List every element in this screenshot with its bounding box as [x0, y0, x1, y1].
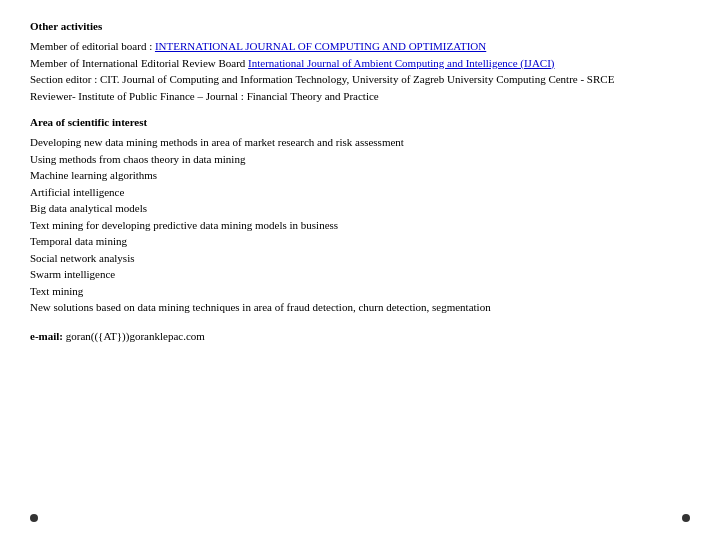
interest-item-5: Text mining for developing predictive da… — [30, 217, 690, 234]
activity-line-1: Member of editorial board : INTERNATIONA… — [30, 38, 690, 55]
interest-item-2: Machine learning algorithms — [30, 167, 690, 184]
activity-line-2: Member of International Editorial Review… — [30, 55, 690, 72]
activity-4-text: Reviewer- Institute of Public Finance – … — [30, 90, 379, 102]
bottom-dots — [0, 514, 720, 522]
activity-2-prefix: Member of International Editorial Review… — [30, 57, 248, 69]
activity-line-4: Reviewer- Institute of Public Finance – … — [30, 88, 690, 105]
dot-right — [682, 514, 690, 522]
interest-item-6: Temporal data mining — [30, 233, 690, 250]
other-activities-section: Other activities Member of editorial boa… — [30, 20, 690, 104]
interest-item-4: Big data analytical models — [30, 200, 690, 217]
interest-item-1: Using methods from chaos theory in data … — [30, 151, 690, 168]
interest-item-7: Social network analysis — [30, 250, 690, 267]
email-section: e-mail: goran(({AT}))goranklepac.com — [30, 330, 690, 342]
interests-block: Developing new data mining methods in ar… — [30, 134, 690, 316]
interest-item-0: Developing new data mining methods in ar… — [30, 134, 690, 151]
area-of-interest-title: Area of scientific interest — [30, 116, 690, 128]
activity-3-text: Section editor : CIT. Journal of Computi… — [30, 73, 614, 85]
interest-item-9: Text mining — [30, 283, 690, 300]
activity-1-link[interactable]: INTERNATIONAL JOURNAL OF COMPUTING AND O… — [155, 40, 486, 52]
activities-block: Member of editorial board : INTERNATIONA… — [30, 38, 690, 104]
other-activities-title: Other activities — [30, 20, 690, 32]
interest-item-8: Swarm intelligence — [30, 266, 690, 283]
activity-1-prefix: Member of editorial board : — [30, 40, 155, 52]
email-value: goran(({AT}))goranklepac.com — [66, 330, 205, 342]
activity-line-3: Section editor : CIT. Journal of Computi… — [30, 71, 690, 88]
email-label: e-mail: — [30, 330, 66, 342]
page-container: Other activities Member of editorial boa… — [0, 0, 720, 540]
interest-item-3: Artificial intelligence — [30, 184, 690, 201]
area-of-interest-section: Area of scientific interest — [30, 116, 690, 128]
activity-2-link[interactable]: International Journal of Ambient Computi… — [248, 57, 554, 69]
interest-item-10: New solutions based on data mining techn… — [30, 299, 690, 316]
dot-left — [30, 514, 38, 522]
